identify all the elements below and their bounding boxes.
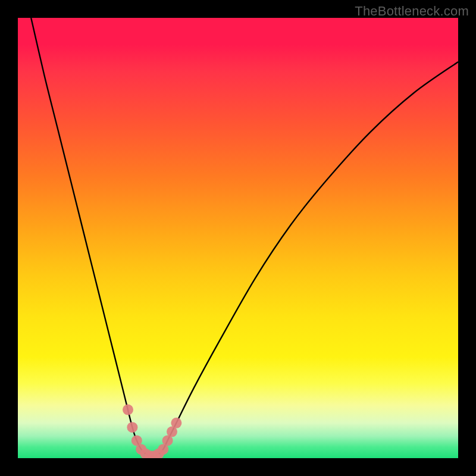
highlighted-points bbox=[123, 405, 181, 458]
highlight-marker bbox=[127, 422, 137, 433]
plot-area bbox=[18, 18, 458, 458]
bottleneck-curve bbox=[31, 18, 458, 456]
highlight-marker bbox=[171, 418, 181, 428]
chart-svg bbox=[18, 18, 458, 458]
watermark-text: TheBottleneck.com bbox=[355, 4, 469, 19]
bottleneck-curve-path bbox=[31, 18, 458, 456]
outer-frame: TheBottleneck.com bbox=[0, 0, 476, 476]
highlight-marker bbox=[123, 405, 133, 415]
